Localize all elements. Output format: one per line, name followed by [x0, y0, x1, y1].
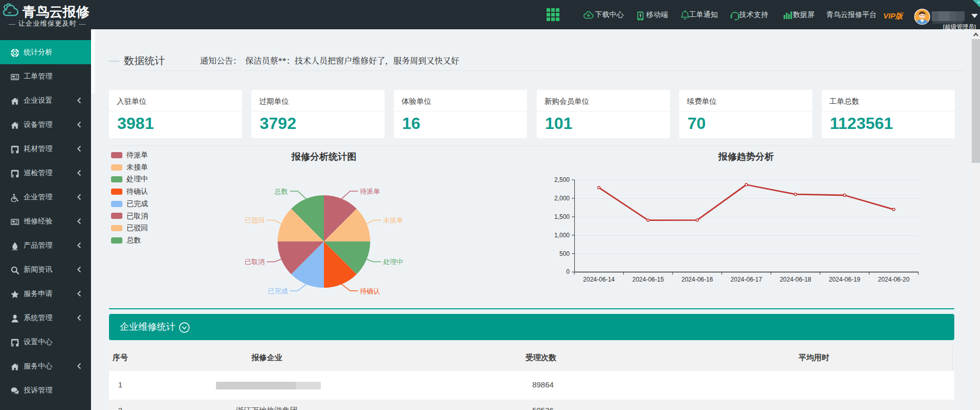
svg-text:已取消: 已取消 [245, 258, 265, 266]
svg-text:待确认: 待确认 [360, 287, 380, 295]
svg-text:2,500: 2,500 [554, 176, 570, 183]
svg-text:总数: 总数 [274, 188, 288, 195]
svg-text:1,000: 1,000 [554, 232, 570, 239]
svg-text:2024-06-19: 2024-06-19 [829, 276, 861, 283]
svg-text:0: 0 [566, 268, 570, 275]
svg-text:2024-06-20: 2024-06-20 [878, 276, 910, 283]
svg-text:已驳回: 已驳回 [245, 216, 265, 224]
svg-text:2024-06-16: 2024-06-16 [681, 276, 713, 283]
svg-text:处理中: 处理中 [383, 258, 403, 266]
svg-text:2024-06-18: 2024-06-18 [779, 276, 811, 283]
svg-text:2024-06-15: 2024-06-15 [632, 276, 664, 283]
svg-text:2024-06-17: 2024-06-17 [731, 276, 763, 283]
svg-text:1,500: 1,500 [554, 213, 570, 220]
svg-text:500: 500 [559, 250, 570, 257]
svg-text:待派单: 待派单 [360, 188, 380, 195]
svg-text:已完成: 已完成 [268, 287, 288, 295]
svg-text:2024-06-14: 2024-06-14 [583, 276, 615, 283]
svg-text:2,000: 2,000 [554, 195, 570, 202]
svg-text:未接单: 未接单 [383, 216, 403, 224]
